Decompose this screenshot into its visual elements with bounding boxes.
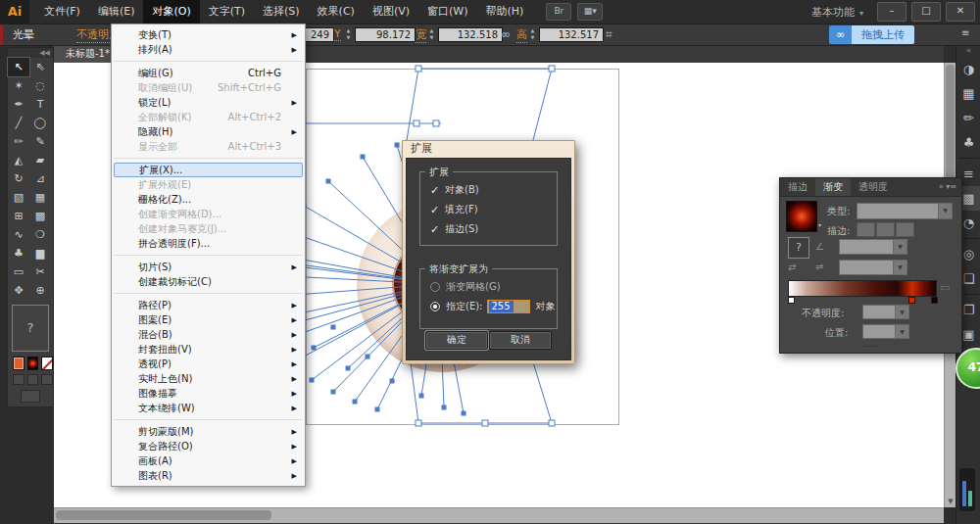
stepper-down-icon[interactable]: ▼ (531, 34, 535, 41)
object-menu-item[interactable]: 路径(P)▶ (112, 298, 305, 312)
horizontal-scrollbar[interactable] (54, 507, 944, 523)
eraser-tool[interactable]: ▰ (29, 151, 51, 169)
none-swatch[interactable] (41, 357, 53, 370)
object-menu-item[interactable]: 创建裁切标记(C) (112, 274, 305, 289)
gradient-tool[interactable]: ▩ (29, 207, 51, 225)
none-mode-button[interactable] (41, 374, 53, 385)
graph-tool[interactable]: ▆ (29, 244, 51, 262)
dialog-title[interactable]: 扩展 (403, 141, 574, 157)
swap-gradient-icon[interactable]: ⇄ (788, 262, 796, 272)
object-menu-item[interactable]: 混合(B)▶ (112, 327, 305, 342)
gradient-aspect-select[interactable]: ▼ (839, 260, 907, 275)
selection-tool[interactable]: ↖ (8, 58, 29, 76)
gradient-panel-tab[interactable]: 渐变 (815, 178, 851, 196)
object-menu-item[interactable]: 排列(A)▶ (112, 42, 305, 57)
menubar-item[interactable]: 选择(S) (254, 0, 309, 24)
arrange-documents-button[interactable]: ▦▾ (577, 3, 603, 21)
screen-mode-button[interactable] (21, 390, 40, 403)
transform-icon[interactable]: ⌗ (606, 27, 612, 41)
height-value-field[interactable]: 132.517 (539, 27, 604, 42)
gradient-type-select[interactable]: ▼ (857, 203, 953, 219)
constrain-proportions-icon[interactable]: ∞ (501, 27, 511, 41)
hand-tool[interactable]: ✥ (8, 281, 29, 300)
scale-tool[interactable]: ⊿ (29, 169, 51, 188)
fill-color-swatch[interactable] (13, 357, 24, 370)
expand-option-checkbox[interactable]: ✓描边(S) (430, 219, 557, 239)
menubar-item[interactable]: 帮助(H) (476, 0, 532, 24)
menubar-item[interactable]: 窗口(W) (418, 0, 476, 24)
paintbrush-tool[interactable]: ✏ (8, 132, 29, 151)
cancel-button[interactable]: 取消 (489, 331, 552, 350)
drag-upload-button[interactable]: ∞ 拖拽上传 (829, 25, 914, 44)
menubar-item[interactable]: 编辑(E) (89, 0, 144, 24)
width-tool[interactable]: ◭ (8, 151, 29, 169)
stop-opacity-select[interactable]: ▼ (862, 305, 909, 319)
object-menu-item[interactable]: 透视(P)▶ (112, 357, 305, 371)
object-menu-item[interactable]: 锁定(L)▶ (112, 95, 305, 110)
stepper-up-icon[interactable]: ▲ (531, 27, 535, 34)
object-menu-item[interactable]: 封套扭曲(V)▶ (112, 342, 305, 357)
tools-collapse-button[interactable]: ◀◀ (8, 48, 53, 58)
close-button[interactable]: ✕ (946, 2, 975, 22)
zoom-tool[interactable]: ⊕ (29, 281, 51, 300)
direct-selection-tool[interactable]: ⇖ (29, 58, 51, 76)
color-panel-icon[interactable]: ◑ (956, 57, 980, 81)
gradient-stop[interactable] (931, 297, 938, 304)
pencil-tool[interactable]: ✎ (29, 132, 51, 151)
gradient-mode-button[interactable] (27, 374, 39, 385)
slice-tool[interactable]: ✂ (29, 262, 51, 281)
shape-builder-tool[interactable]: ▧ (8, 188, 29, 207)
brushes-panel-icon[interactable]: ✏ (956, 106, 980, 130)
gradient-angle-select[interactable]: ▼ (839, 239, 907, 255)
width-label[interactable]: 宽 (416, 27, 426, 43)
menubar-item[interactable]: 文字(T) (200, 0, 254, 24)
object-menu-item[interactable]: 栅格化(Z)... (112, 192, 305, 207)
workspace-switcher[interactable]: 基本功能▾ (811, 5, 877, 20)
expand-option-checkbox[interactable]: ✓对象(B) (430, 180, 557, 200)
eyedropper-tool[interactable]: ∿ (8, 225, 29, 244)
symbols-panel-icon[interactable]: ♣ (956, 130, 980, 155)
object-menu-item[interactable]: 隐藏(H)▶ (112, 124, 305, 139)
bridge-button[interactable]: Br (546, 3, 571, 21)
width-stepper[interactable]: ▲▼ (427, 26, 436, 42)
stepper-down-icon[interactable]: ▼ (347, 34, 351, 41)
width-value-field[interactable]: 132.518 (438, 27, 503, 42)
pen-tool[interactable]: ✒ (8, 95, 29, 114)
object-menu-item[interactable]: 文本绕排(W)▶ (112, 401, 305, 415)
delete-stop-icon[interactable]: ▭ (940, 281, 950, 294)
ellipse-tool[interactable]: ◯ (29, 114, 51, 132)
gradient-slider[interactable] (788, 280, 937, 297)
object-menu-item[interactable]: 图表(R)▶ (112, 468, 305, 483)
perspective-grid-tool[interactable]: ▦ (29, 188, 51, 207)
symbol-sprayer-tool[interactable]: ♣ (8, 244, 29, 262)
y-value-field[interactable]: 98.172 (355, 27, 416, 42)
gradient-panel-tab[interactable]: 描边 (780, 178, 815, 196)
objects-count-field[interactable]: 255 (487, 300, 530, 313)
vertical-scrollbar-thumb[interactable] (946, 65, 955, 192)
gradient-thumbnail-arrow-icon[interactable]: ▾ (818, 221, 821, 228)
control-panel-menu-icon[interactable]: ≡ (961, 27, 969, 38)
menubar-item[interactable]: 视图(V) (364, 0, 418, 24)
y-axis-label[interactable]: Y (334, 27, 341, 41)
gradient-thumbnail[interactable] (786, 201, 817, 232)
stroke-across-button[interactable] (896, 222, 914, 237)
menubar-item[interactable]: 效果(C) (309, 0, 364, 24)
object-menu-item[interactable]: 图像描摹▶ (112, 386, 305, 401)
gradient-panel-tab[interactable]: 透明度 (851, 178, 896, 196)
specify-objects-radio[interactable]: 指定(E): 255 对象 (430, 297, 557, 316)
panel-menu-icon[interactable]: ▾≡ (946, 182, 956, 191)
maximize-button[interactable]: □ (911, 2, 941, 22)
object-menu-item[interactable]: 图案(E)▶ (112, 312, 305, 327)
stroke-along-button[interactable] (876, 222, 895, 237)
gradient-mesh-radio[interactable]: 渐变网格(G) (430, 277, 557, 297)
panel-expand-icon[interactable]: » (939, 182, 944, 191)
swatches-panel-icon[interactable]: ▦ (956, 81, 980, 106)
reverse-gradient-icon[interactable]: ⇌ (815, 262, 823, 272)
stepper-up-icon[interactable]: ▲ (347, 27, 351, 34)
stroke-within-button[interactable] (857, 222, 875, 237)
object-menu-item[interactable]: 切片(S)▶ (112, 260, 305, 274)
stepper-down-icon[interactable]: ▼ (430, 34, 434, 41)
height-stepper[interactable]: ▲▼ (528, 26, 537, 42)
height-label[interactable]: 高 (516, 27, 527, 43)
stroke-color-swatch[interactable] (27, 357, 39, 370)
